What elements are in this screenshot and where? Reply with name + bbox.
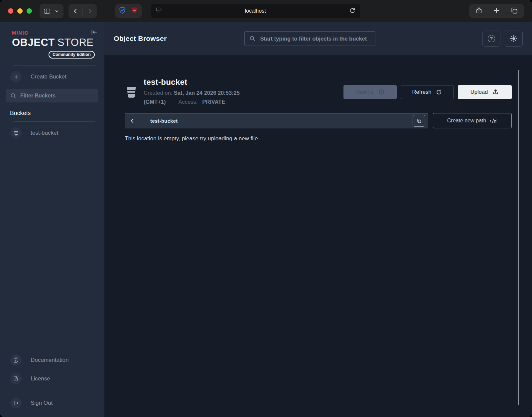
plus-icon (493, 7, 500, 14)
new-path-icon (489, 118, 497, 123)
access-value: PRIVATE (202, 99, 225, 105)
sidebar-collapse-button[interactable] (90, 29, 98, 37)
reload-icon (349, 7, 356, 14)
create-new-path-label: Create new path (447, 118, 486, 124)
address-bar[interactable]: localhost (151, 4, 360, 18)
sign-out-icon (10, 397, 22, 409)
refresh-label: Refresh (412, 89, 432, 95)
privacy-shield-extension-button[interactable] (118, 6, 126, 16)
bucket-info: test-bucket Created on: Sat, Jan 24 2026… (144, 77, 240, 106)
theme-toggle-button[interactable] (505, 31, 523, 47)
upload-label: Upload (470, 89, 488, 95)
browser-nav-buttons (68, 4, 97, 18)
access-label: Access: (178, 99, 198, 105)
copy-path-button[interactable] (413, 115, 425, 127)
minimize-window-button[interactable] (17, 8, 23, 14)
sidebar: MINIO OBJECTSTORE Community Edition Crea… (0, 22, 104, 417)
chevron-down-icon (54, 8, 60, 14)
logo-word-store: STORE (58, 37, 94, 48)
sidebar-item-sign-out[interactable]: Sign Out (0, 394, 104, 412)
object-browser-content: test-bucket Created on: Sat, Jan 24 2026… (104, 55, 532, 417)
sidebar-divider (13, 391, 95, 391)
shield-minus-icon (130, 6, 138, 14)
object-search-field (244, 31, 375, 46)
adblock-shield-extension-button[interactable] (130, 6, 138, 16)
refresh-button[interactable]: Refresh (401, 85, 454, 99)
documentation-label: Documentation (31, 357, 68, 363)
create-bucket-label: Create Bucket (31, 73, 66, 80)
bucket-actions: Rewind Refresh Upload (343, 85, 512, 99)
filter-buckets-field (6, 89, 98, 102)
extension-buttons (115, 4, 142, 18)
buckets-section-title: Buckets (10, 110, 104, 117)
filter-buckets-input[interactable] (20, 93, 94, 99)
minio-logo: MINIO OBJECTSTORE Community Edition (0, 22, 104, 59)
copy-icon (416, 118, 422, 124)
path-back-button[interactable] (125, 113, 140, 128)
help-icon: ? (488, 35, 495, 42)
sidebar-divider (13, 348, 95, 348)
new-tab-button[interactable] (493, 7, 500, 16)
page-format-icon[interactable] (155, 7, 162, 16)
page-title: Object Browser (114, 35, 167, 43)
documentation-icon (10, 354, 22, 366)
created-on-timezone: (GMT+1) (144, 99, 166, 105)
url-text: localhost (245, 8, 266, 14)
sidebar-item-test-bucket[interactable]: test-bucket (0, 122, 104, 144)
chevron-left-icon (72, 8, 79, 14)
back-button[interactable] (68, 4, 82, 18)
object-search-input[interactable] (260, 36, 371, 42)
logo-brand-outline: IO (23, 30, 29, 36)
reload-button[interactable] (349, 7, 356, 16)
sidebar-item-license[interactable]: License (0, 369, 104, 388)
current-path-label[interactable]: test-bucket (140, 118, 178, 124)
bucket-panel-header: test-bucket Created on: Sat, Jan 24 2026… (118, 70, 518, 112)
browser-window: localhost MINIO OBJECTSTORE Community Ed… (0, 0, 532, 417)
sun-icon (510, 35, 518, 43)
minio-app: MINIO OBJECTSTORE Community Edition Crea… (0, 22, 532, 417)
created-on-label: Created on: (144, 90, 172, 96)
close-window-button[interactable] (8, 8, 13, 14)
license-label: License (31, 375, 50, 382)
browser-toolbar-right (469, 4, 524, 18)
share-button[interactable] (475, 7, 483, 16)
main-area: Object Browser ? (104, 22, 532, 417)
sidebar-item-documentation[interactable]: Documentation (0, 351, 104, 369)
collapse-arrow-icon (90, 29, 98, 36)
browser-chrome: localhost (0, 0, 532, 22)
plus-circle-icon (10, 71, 22, 82)
path-breadcrumb-bar: test-bucket (125, 113, 428, 128)
bucket-name: test-bucket (144, 77, 240, 87)
forward-button[interactable] (83, 4, 97, 18)
sign-out-label: Sign Out (31, 400, 53, 406)
history-icon (378, 88, 385, 95)
refresh-icon (436, 89, 442, 95)
create-new-path-button[interactable]: Create new path (433, 113, 512, 128)
zoom-window-button[interactable] (27, 8, 32, 14)
logo-brand-solid: MIN (12, 30, 23, 36)
tab-overview-button[interactable] (510, 7, 518, 16)
create-bucket-button[interactable]: Create Bucket (0, 66, 104, 88)
bucket-meta: Created on: Sat, Jan 24 2026 20:53:25 (G… (144, 88, 240, 106)
bucket-panel: test-bucket Created on: Sat, Jan 24 2026… (118, 70, 519, 405)
upload-icon (492, 88, 499, 95)
help-button[interactable]: ? (482, 31, 500, 47)
rewind-button[interactable]: Rewind (343, 85, 397, 99)
chevron-left-icon (129, 118, 136, 124)
license-icon (10, 373, 22, 384)
chevron-right-icon (87, 8, 93, 14)
search-icon (249, 35, 256, 42)
bucket-icon (10, 127, 22, 139)
traffic-lights (8, 8, 32, 14)
created-on-value: Sat, Jan 24 2026 20:53:25 (174, 90, 240, 96)
shield-check-icon (118, 6, 126, 14)
page-header: Object Browser ? (104, 22, 532, 55)
logo-word-object: OBJECT (12, 37, 55, 48)
bucket-name-label: test-bucket (31, 130, 58, 136)
bucket-icon (125, 86, 138, 99)
share-icon (475, 7, 483, 14)
community-edition-badge: Community Edition (49, 51, 95, 59)
upload-button[interactable]: Upload (458, 85, 512, 99)
path-toolbar: test-bucket Create new path (125, 113, 512, 128)
browser-sidebar-toggle[interactable] (40, 4, 64, 18)
